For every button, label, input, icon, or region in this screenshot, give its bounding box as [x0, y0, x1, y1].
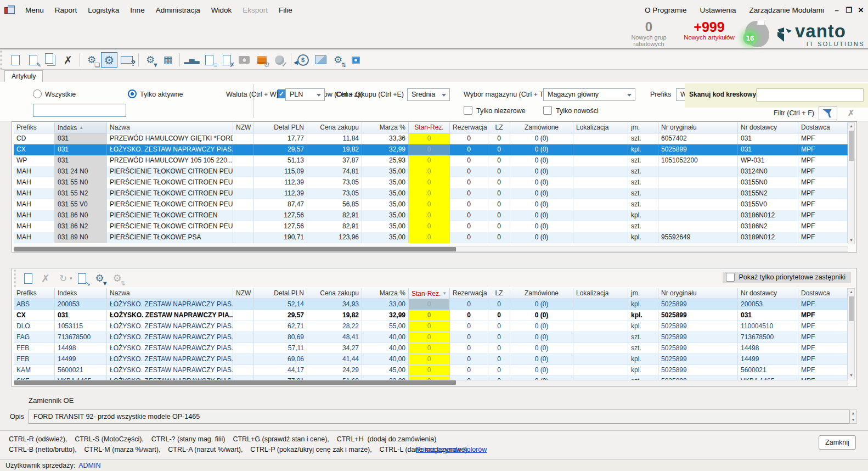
articles-vscrollbar[interactable]: ▲ ▼ [848, 122, 855, 244]
new-article-icon[interactable] [7, 52, 24, 68]
scroll-up-icon[interactable]: ▲ [848, 123, 854, 130]
purchase-price-select[interactable]: Srednia [407, 88, 450, 101]
articles-hscroll-thumb[interactable] [14, 247, 456, 251]
export-document-icon[interactable]: ↘ [74, 271, 91, 286]
table-row[interactable]: MAH031 89 N0PIERŚCIENIE TŁOKOWE PSA190,7… [14, 232, 848, 243]
table-row[interactable]: FAG713678500ŁOŻYSKO. ZESTAW NAPRAWCZY PI… [14, 332, 848, 343]
column-header-col-indeks[interactable]: Indeks▲ [55, 122, 107, 133]
only-new-checkbox-box[interactable] [543, 106, 552, 115]
menu-item-o-programie[interactable]: O Programie [638, 6, 694, 14]
priority-checkbox[interactable]: Pokaż tylko priorytetowe zastępniki [723, 272, 851, 283]
column-header-col-nzw[interactable]: NZW [233, 122, 254, 133]
column-header-col-cena[interactable]: Cena zakupu [307, 288, 362, 299]
column-header-col-nr-dostawcy[interactable]: Nr dostawcy [738, 288, 798, 299]
table-row[interactable]: CX031ŁOŻYSKO. ZESTAW NAPRAWCZY PIA...29,… [14, 310, 848, 321]
settings-stack-icon[interactable]: ⚙❏ [83, 52, 100, 68]
column-header-col-lokalizacja[interactable]: Lokalizacja [573, 288, 628, 299]
only-new-checkbox[interactable]: Tylko nowości [543, 106, 599, 115]
menu-item-raport[interactable]: Raport [49, 6, 83, 14]
delete-article-icon[interactable]: ✗ [60, 52, 76, 68]
description-scrollbar[interactable]: ▲▼ [849, 410, 857, 424]
search-input[interactable] [33, 104, 126, 117]
remove-document-icon[interactable]: ✗ [218, 52, 235, 68]
column-header-col-nazwa[interactable]: Nazwa [107, 288, 233, 299]
close-window-button[interactable]: Zamknij [819, 435, 856, 450]
table-row[interactable]: DLO1053115ŁOŻYSKO. ZESTAW NAPRAWCZY PIAS… [14, 321, 848, 332]
table-row[interactable]: MAH031 55 N2PIERŚCIENIE TŁOKOWE CITROEN … [14, 188, 848, 199]
tab-artykuly[interactable]: Artykuly [4, 70, 43, 82]
globe-check-icon[interactable]: ✓ [271, 52, 288, 68]
substitutes-hscrollbar[interactable] [14, 380, 848, 385]
only-nonzero-checkbox[interactable]: Tylko niezerowe [464, 106, 526, 115]
import-gear-icon[interactable]: ⚙▼ [142, 52, 159, 68]
price-question-icon[interactable]: ? [119, 52, 135, 68]
column-header-col-detal[interactable]: Detal PLN [254, 288, 307, 299]
column-header-col-marza[interactable]: Marza % [362, 122, 409, 133]
menu-item-menu[interactable]: Menu [20, 6, 49, 14]
table-row[interactable]: MAH031 86 N0PIERŚCIENIE TŁOKOWE CITROEN1… [14, 210, 848, 221]
description-field[interactable]: FORD TRANSIT 92- przód wszystkie modele … [29, 410, 849, 424]
scroll-up-icon[interactable]: ▲ [848, 289, 854, 295]
column-header-col-cena[interactable]: Cena zakupu [307, 122, 362, 133]
table-row[interactable]: ABS200053ŁOŻYSKO. ZESTAW NAPRAWCZY PIAS.… [14, 299, 848, 310]
currency-return-icon[interactable]: ◀ [295, 52, 311, 68]
substitutes-hscroll-thumb[interactable] [14, 380, 456, 385]
filter-button[interactable] [819, 106, 837, 120]
column-header-col-dostawca[interactable]: Dostawca [798, 288, 848, 299]
radio-all[interactable]: Wszystkie [33, 89, 76, 98]
articles-hscrollbar[interactable] [14, 246, 848, 252]
priority-checkbox-box[interactable] [726, 273, 735, 282]
sync-gear-icon[interactable]: ⚙⇅ [330, 52, 346, 68]
images-icon[interactable] [312, 52, 329, 68]
column-header-col-rezerwacja[interactable]: Rezerwacja [450, 122, 488, 133]
table-row[interactable]: FEB14498ŁOŻYSKO. ZESTAW NAPRAWCZY PIAS..… [14, 343, 848, 354]
new-article-icon[interactable] [20, 271, 36, 286]
column-header-col-stan[interactable]: Stan-Rez. [409, 122, 450, 133]
color-legend-link[interactable]: Pokaż legende kolorów [416, 446, 487, 453]
column-header-col-nr-dostawcy[interactable]: Nr dostawcy [738, 122, 798, 133]
column-header-col-lz[interactable]: LZ [488, 288, 510, 299]
delete-disabled-icon[interactable]: ✗ [37, 271, 54, 286]
new-articles-counter[interactable]: +999 Nowych artykułów [680, 20, 738, 41]
column-header-col-detal[interactable]: Detal PLN [254, 122, 307, 133]
column-header-col-jm[interactable]: jm. [628, 122, 658, 133]
menu-item-filie[interactable]: Filie [273, 6, 298, 14]
table-row[interactable]: CX031ŁOŻYSKO. ZESTAW NAPRAWCZY PIAS...29… [14, 144, 848, 155]
edit-article-icon[interactable]: ✎ [25, 52, 41, 68]
scroll-down-icon[interactable]: ▼ [848, 237, 854, 244]
table-row[interactable]: KAM5600021ŁOŻYSKO. ZESTAW NAPRAWCZY PIAS… [14, 365, 848, 376]
refresh-disabled-icon[interactable]: ↻ [55, 271, 71, 286]
sync-gear-disabled-icon[interactable]: ⚙⇅ [109, 271, 126, 286]
radio-all-circle[interactable] [33, 89, 42, 98]
status-user-value[interactable]: ADMIN [78, 462, 100, 469]
import-gear-icon[interactable]: ⚙▼ [92, 271, 108, 286]
barcode-input[interactable] [756, 88, 864, 102]
restore-icon[interactable]: ❐ [843, 4, 855, 15]
column-header-col-nr-oryginalu[interactable]: Nr oryginału [658, 288, 738, 299]
column-header-col-stan[interactable]: Stan-Rez.▼ [409, 288, 450, 299]
column-header-col-lz[interactable]: LZ [488, 122, 510, 133]
radio-active[interactable]: Tylko aktywne [128, 89, 183, 98]
column-header-col-nr-oryginalu[interactable]: Nr oryginału [658, 122, 738, 133]
column-header-col-prefiks[interactable]: Prefiks [14, 288, 55, 299]
table-row[interactable]: FEB14499ŁOŻYSKO. ZESTAW NAPRAWCZY PIAS..… [14, 354, 848, 365]
table-row[interactable]: MAH031 24 N0PIERŚCIENIE TŁOKOWE CITROEN … [14, 166, 848, 177]
column-header-col-zamowione[interactable]: Zamówione [510, 122, 573, 133]
warehouse-select[interactable]: Magazyn główny [543, 88, 635, 101]
menu-item-widok[interactable]: Widok [206, 6, 238, 14]
copy-article-icon[interactable] [42, 52, 59, 68]
table-row[interactable]: MAH031 55 V0PIERŚCIENIE TŁOKOWE CITROEN … [14, 199, 848, 210]
articles-vscroll-thumb[interactable] [849, 131, 854, 161]
radio-active-circle[interactable] [128, 89, 137, 98]
substitutes-vscroll-thumb[interactable] [849, 296, 854, 321]
column-header-col-indeks[interactable]: Indeks [55, 288, 107, 299]
menu-item-inne[interactable]: Inne [125, 6, 150, 14]
close-icon[interactable]: ✕ [855, 4, 867, 15]
table-row[interactable]: CD031PRZEWÓD HAMULCOWY GIĘTKI *FORD17,77… [14, 133, 848, 144]
column-header-col-nazwa[interactable]: Nazwa [107, 122, 233, 133]
column-header-col-lokalizacja[interactable]: Lokalizacja [573, 122, 628, 133]
only-nonzero-checkbox-box[interactable] [464, 106, 472, 115]
filter-caret-icon[interactable]: ▼ [442, 291, 447, 296]
warehouse-shelf-icon[interactable]: ▦ [160, 52, 176, 68]
column-header-col-nzw[interactable]: NZW [233, 288, 254, 299]
